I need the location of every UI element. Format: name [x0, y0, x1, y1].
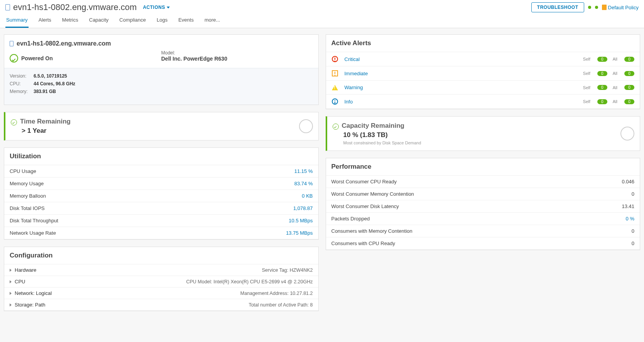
util-label: Disk Total Throughput	[10, 218, 58, 223]
cfg-value: Total number of Active Path: 8	[248, 302, 313, 308]
critical-icon	[332, 56, 338, 62]
tab-summary[interactable]: Summary	[5, 15, 29, 28]
alert-link-info[interactable]: Info	[345, 99, 577, 105]
util-value[interactable]: 0 KB	[302, 193, 313, 199]
config-row-hardware[interactable]: HardwareService Tag: HZW4NK2	[4, 264, 318, 276]
configuration-title: Configuration	[4, 247, 318, 264]
immediate-icon	[332, 70, 338, 76]
perf-label: Worst Consumer Disk Latency	[331, 203, 399, 209]
spec-label: Memory:	[10, 89, 30, 94]
chevron-right-icon	[10, 292, 12, 295]
self-label: Self	[583, 71, 590, 76]
model-label: Model:	[161, 50, 313, 56]
spec-value: 383.91 GB	[34, 89, 56, 94]
all-count: 0	[624, 99, 634, 104]
utilization-title: Utilization	[4, 148, 318, 165]
alert-row-warning: Warning Self0All0	[326, 81, 640, 95]
cfg-value: Management Address: 10.27.81.2	[240, 291, 313, 296]
info-icon	[332, 98, 338, 105]
tabs: Summary Alerts Metrics Capacity Complian…	[0, 12, 644, 28]
alert-link-immediate[interactable]: Immediate	[345, 71, 577, 76]
util-value[interactable]: 13.75 MBps	[286, 230, 313, 236]
perf-value[interactable]: 0 %	[626, 216, 634, 222]
utilization-card: Utilization CPU Usage11.15 % Memory Usag…	[4, 147, 319, 240]
policy-link[interactable]: Default Policy	[602, 5, 639, 10]
host-summary-card: evn1-hs1-0802.eng.vmware.com Powered On …	[4, 34, 319, 105]
alert-row-immediate: Immediate Self0All0	[326, 66, 640, 81]
power-on-icon	[10, 54, 18, 63]
power-state: Powered On	[21, 55, 53, 61]
tab-logs[interactable]: Logs	[156, 15, 168, 28]
spec-block: Version:6.5.0, 10719125 CPU:44 Cores, 96…	[4, 68, 318, 105]
capacity-title: Capacity Remaining	[342, 122, 405, 129]
util-label: Memory Balloon	[10, 193, 46, 199]
active-alerts-title: Active Alerts	[326, 35, 640, 52]
host-icon	[5, 4, 10, 10]
alert-link-warning[interactable]: Warning	[345, 85, 577, 90]
cfg-label: Network: Logical	[15, 290, 52, 296]
util-value[interactable]: 11.15 %	[294, 168, 313, 174]
self-count: 0	[597, 71, 607, 76]
config-row-network[interactable]: Network: LogicalManagement Address: 10.2…	[4, 288, 318, 299]
perf-label: Consumers with Memory Contention	[331, 228, 412, 234]
chevron-right-icon	[10, 303, 12, 306]
tab-alerts[interactable]: Alerts	[38, 15, 52, 28]
util-value[interactable]: 1,078.87	[293, 205, 313, 211]
actions-menu[interactable]: ACTIONS	[143, 5, 170, 10]
status-indicator-icon	[588, 6, 591, 9]
tab-metrics[interactable]: Metrics	[61, 15, 79, 28]
chevron-right-icon	[10, 269, 12, 272]
gauge-icon	[620, 127, 634, 141]
time-remaining-title: Time Remaining	[20, 118, 71, 125]
clock-icon	[299, 119, 313, 133]
performance-title: Performance	[326, 158, 640, 176]
check-icon	[11, 119, 17, 125]
perf-value: 0.046	[622, 179, 634, 185]
alert-row-info: Info Self0All0	[326, 95, 640, 109]
spec-label: CPU:	[10, 81, 30, 86]
capacity-value: 10 % (1.83 TB)	[343, 131, 421, 139]
perf-label: Consumers with CPU Ready	[331, 240, 395, 246]
summary-hostname: evn1-hs1-0802.eng.vmware.com	[17, 40, 111, 47]
all-count: 0	[624, 85, 634, 90]
self-count: 0	[597, 85, 607, 90]
warning-icon	[332, 85, 338, 90]
cfg-value: Service Tag: HZW4NK2	[262, 268, 313, 273]
troubleshoot-button[interactable]: TROUBLESHOOT	[531, 2, 584, 12]
cfg-label: CPU	[15, 279, 25, 284]
config-row-storage[interactable]: Storage: PathTotal number of Active Path…	[4, 299, 318, 311]
tab-more[interactable]: more...	[204, 15, 221, 28]
tab-events[interactable]: Events	[177, 15, 194, 28]
tab-compliance[interactable]: Compliance	[118, 15, 147, 28]
policy-icon	[602, 5, 607, 10]
model-value: Dell Inc. PowerEdge R630	[161, 56, 313, 62]
all-count: 0	[624, 71, 634, 76]
config-row-cpu[interactable]: CPUCPU Model: Intel(R) Xeon(R) CPU E5-26…	[4, 276, 318, 288]
perf-label: Worst Consumer Memory Contention	[331, 191, 414, 197]
perf-value: 13.41	[622, 203, 634, 209]
time-remaining-card: Time Remaining > 1 Year	[4, 112, 319, 141]
util-value[interactable]: 10.5 MBps	[289, 218, 313, 223]
chevron-down-icon	[167, 7, 170, 8]
util-value[interactable]: 83.74 %	[294, 181, 313, 186]
check-icon	[333, 124, 339, 130]
tab-capacity[interactable]: Capacity	[88, 15, 110, 28]
time-remaining-value: > 1 Year	[22, 127, 71, 135]
util-label: Disk Total IOPS	[10, 205, 45, 211]
all-label: All	[613, 57, 617, 61]
util-label: Memory Usage	[10, 181, 44, 186]
perf-label: Packets Dropped	[331, 216, 370, 222]
chevron-right-icon	[10, 280, 12, 283]
policy-label: Default Policy	[608, 5, 639, 10]
cfg-label: Storage: Path	[15, 302, 46, 308]
cfg-label: Hardware	[15, 267, 36, 273]
all-count: 0	[624, 57, 634, 62]
alert-row-critical: Critical Self0All0	[326, 52, 640, 66]
spec-value: 6.5.0, 10719125	[34, 73, 67, 79]
self-label: Self	[583, 99, 590, 104]
active-alerts-card: Active Alerts Critical Self0All0 Immedia…	[326, 34, 641, 109]
perf-label: Worst Consumer CPU Ready	[331, 179, 397, 185]
alert-link-critical[interactable]: Critical	[345, 56, 577, 62]
page-title: evn1-hs1-0802.eng.vmware.com	[5, 2, 137, 12]
all-label: All	[613, 71, 617, 76]
